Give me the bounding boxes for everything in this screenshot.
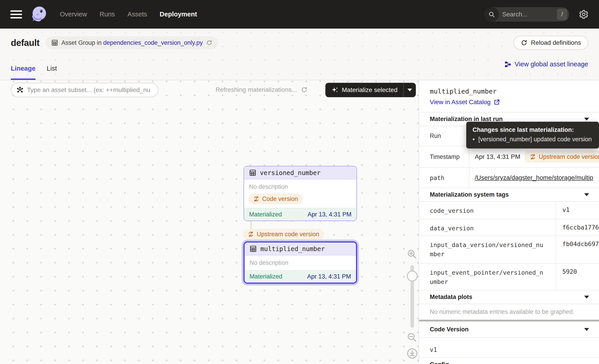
asset-group-prefix: Asset Group in <box>62 39 103 46</box>
op-selection-icon <box>16 86 24 94</box>
materialize-dropdown-button[interactable] <box>403 83 416 97</box>
code-version-changed-icon <box>530 154 536 160</box>
top-nav: Overview Runs Assets Deployment / <box>0 0 599 29</box>
view-global-asset-lineage-link[interactable]: View global asset lineage <box>504 61 588 68</box>
chevron-down-icon <box>584 328 589 331</box>
asset-node-title: multiplied_number <box>260 245 325 253</box>
refresh-icon[interactable] <box>301 87 308 93</box>
materialize-selected-button[interactable]: Materialize selected <box>325 83 403 97</box>
materialized-timestamp: Apr 13, 4:31 PM <box>308 211 352 218</box>
table-grid-icon <box>51 39 58 46</box>
tag-key: data_version <box>419 219 556 235</box>
page-header: default Asset Group in dependencies_code… <box>0 29 599 80</box>
page-title: default <box>11 38 40 48</box>
settings-gear-icon[interactable] <box>579 9 589 19</box>
refresh-icon[interactable] <box>206 40 212 46</box>
metadata-plots-empty-text: No numeric metadata entries available to… <box>419 304 599 320</box>
search-input[interactable] <box>499 11 557 18</box>
section-code-version[interactable]: Code Version <box>419 321 599 338</box>
global-search[interactable]: / <box>484 7 569 22</box>
chevron-down-icon <box>584 193 589 196</box>
path-row: path /Users/sryza/dagster_home/storage/m… <box>419 168 599 188</box>
upstream-code-version-badge[interactable]: Upstream code version <box>525 151 599 163</box>
tag-row-input-data-version: input_data_version/versioned_number fb04… <box>419 236 599 264</box>
section-metadata-plots[interactable]: Metadata plots <box>419 290 599 304</box>
refresh-status: Refreshing materializations... <box>216 86 308 93</box>
tag-row-data-version: data_version f6ccba177638 <box>419 219 599 236</box>
nav-item-assets[interactable]: Assets <box>128 11 147 18</box>
materialized-status: Materialized <box>250 273 282 280</box>
upstream-code-version-badge[interactable]: Upstream code version <box>243 229 324 240</box>
tooltip-item: [versioned_number] updated code version <box>478 136 591 143</box>
tag-value: 5920 <box>556 264 599 290</box>
asset-node-description: No description <box>244 180 356 192</box>
materialize-split-button: Materialize selected <box>325 83 416 97</box>
section-config[interactable]: Config <box>419 358 599 364</box>
tab-lineage[interactable]: Lineage <box>11 65 35 80</box>
search-shortcut-key: / <box>557 9 567 20</box>
changes-tooltip: Changes since last materialization: • [v… <box>466 122 599 148</box>
panel-resize-divider[interactable] <box>419 320 599 321</box>
chevron-down-icon <box>407 89 412 91</box>
asset-group-badge: Asset Group in dependencies_code_version… <box>45 36 218 49</box>
tag-row-input-event-pointer: input_event_pointer/versioned_number 592… <box>419 264 599 290</box>
asset-subset-input[interactable] <box>27 87 153 94</box>
tag-value: f6ccba177638 <box>556 219 599 235</box>
view-in-asset-catalog-link[interactable]: View in Asset Catalog <box>430 99 500 106</box>
nav-item-overview[interactable]: Overview <box>60 11 87 18</box>
code-version-badge[interactable]: Code version <box>248 193 303 204</box>
lineage-graph-icon <box>504 61 511 68</box>
tag-key: input_event_pointer/versioned_number <box>419 264 556 290</box>
path-label: path <box>419 168 469 188</box>
code-version-changed-icon <box>248 231 254 237</box>
nav-items: Overview Runs Assets Deployment <box>60 11 197 18</box>
lineage-canvas[interactable]: Refreshing materializations... Materiali… <box>0 80 419 364</box>
timestamp-value: Apr 13, 4:31 PM <box>475 153 520 160</box>
external-link-icon <box>494 99 500 105</box>
asset-subset-filter[interactable] <box>11 83 159 97</box>
asset-details-panel: multiplied_number View in Asset Catalog … <box>419 80 599 364</box>
zoom-slider-handle[interactable] <box>407 271 418 281</box>
section-materialization-system-tags[interactable]: Materialization system tags <box>419 188 599 202</box>
reload-definitions-button[interactable]: Reload definitions <box>513 36 588 50</box>
code-version-value: v1 <box>419 338 599 358</box>
view-tabs: Lineage List <box>11 65 57 80</box>
timestamp-label: Timestamp <box>419 146 469 167</box>
tooltip-title: Changes since last materialization: <box>473 126 593 133</box>
dagster-logo-icon[interactable] <box>30 5 48 24</box>
zoom-in-icon[interactable] <box>406 249 417 259</box>
chevron-down-icon <box>584 118 589 121</box>
sparkle-icon <box>331 87 338 94</box>
asset-group-file-link[interactable]: dependencies_code_version_only.py <box>103 39 203 46</box>
bullet: • <box>473 136 475 143</box>
zoom-out-icon[interactable] <box>406 332 417 343</box>
materialized-status: Materialized <box>249 211 282 218</box>
asset-node-versioned-number[interactable]: versioned_number No description Code ver… <box>244 166 357 221</box>
tag-key: code_version <box>419 202 556 219</box>
path-value-link[interactable]: /Users/sryza/dagster_home/storage/multip <box>475 174 593 181</box>
nav-item-deployment[interactable]: Deployment <box>160 11 197 18</box>
table-grid-icon <box>249 169 256 176</box>
tag-value: v1 <box>556 202 599 219</box>
tag-key: input_data_version/versioned_number <box>419 236 556 263</box>
asset-node-description: No description <box>245 256 356 270</box>
search-icon <box>484 7 499 22</box>
tag-value: fb04dcb6970c <box>556 236 599 263</box>
download-image-icon[interactable] <box>406 347 418 359</box>
materialized-timestamp: Apr 13, 4:31 PM <box>307 273 351 280</box>
run-label: Run <box>419 126 469 146</box>
code-version-changed-icon <box>253 196 259 202</box>
panel-asset-title: multiplied_number <box>430 87 599 95</box>
nav-item-runs[interactable]: Runs <box>100 11 115 18</box>
timestamp-row: Timestamp Apr 13, 4:31 PM Upstream code … <box>419 146 599 168</box>
chevron-down-icon <box>584 296 589 299</box>
hamburger-menu-icon[interactable] <box>10 10 22 18</box>
table-grid-icon <box>250 245 257 252</box>
asset-node-title: versioned_number <box>260 169 321 177</box>
tab-list[interactable]: List <box>47 65 57 80</box>
tag-row-code-version: code_version v1 <box>419 202 599 219</box>
asset-node-multiplied-number[interactable]: multiplied_number No description Materia… <box>244 241 357 284</box>
